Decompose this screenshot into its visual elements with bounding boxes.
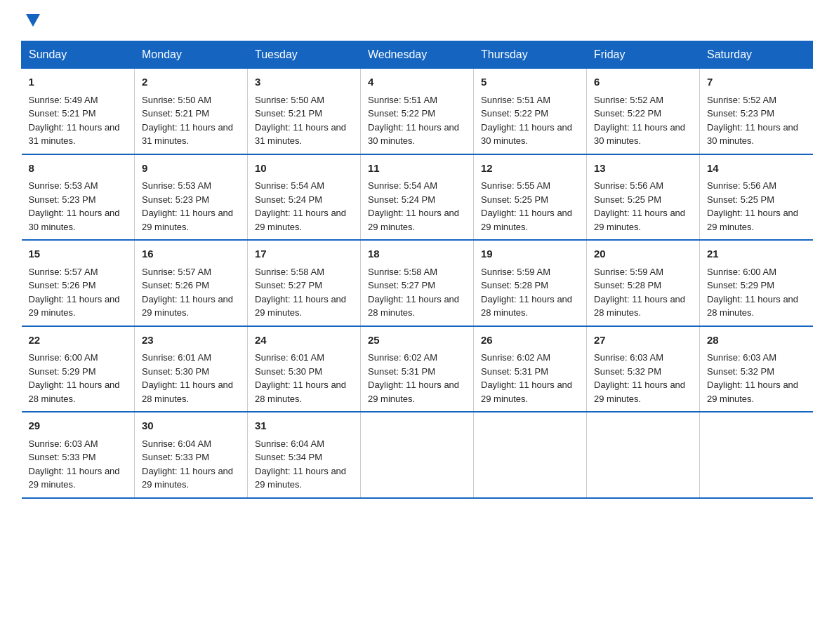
day-number: 25: [368, 333, 466, 349]
calendar-cell: [474, 412, 587, 498]
calendar-cell: 14Sunrise: 5:56 AMSunset: 5:25 PMDayligh…: [700, 154, 813, 241]
calendar-cell: 8Sunrise: 5:53 AMSunset: 5:23 PMDaylight…: [22, 154, 135, 241]
day-number: 17: [255, 246, 353, 262]
calendar-cell: 10Sunrise: 5:54 AMSunset: 5:24 PMDayligh…: [248, 154, 361, 241]
calendar-cell: 12Sunrise: 5:55 AMSunset: 5:25 PMDayligh…: [474, 154, 587, 241]
day-number: 23: [142, 333, 240, 349]
calendar-cell: 19Sunrise: 5:59 AMSunset: 5:28 PMDayligh…: [474, 240, 587, 326]
day-number: 29: [29, 418, 128, 434]
weekday-header-thursday: Thursday: [474, 41, 587, 69]
weekday-header-friday: Friday: [587, 41, 700, 69]
day-number: 20: [594, 246, 692, 262]
calendar-cell: 30Sunrise: 6:04 AMSunset: 5:33 PMDayligh…: [135, 412, 248, 498]
calendar-week-row: 22Sunrise: 6:00 AMSunset: 5:29 PMDayligh…: [22, 326, 813, 412]
day-number: 1: [29, 74, 128, 90]
calendar-cell: 28Sunrise: 6:03 AMSunset: 5:32 PMDayligh…: [700, 326, 813, 412]
calendar-cell: 13Sunrise: 5:56 AMSunset: 5:25 PMDayligh…: [587, 154, 700, 241]
calendar-week-row: 29Sunrise: 6:03 AMSunset: 5:33 PMDayligh…: [22, 412, 813, 498]
day-info: Sunrise: 5:59 AMSunset: 5:28 PMDaylight:…: [481, 267, 572, 318]
calendar-cell: 29Sunrise: 6:03 AMSunset: 5:33 PMDayligh…: [22, 412, 135, 498]
calendar-cell: 18Sunrise: 5:58 AMSunset: 5:27 PMDayligh…: [361, 240, 474, 326]
calendar-cell: 11Sunrise: 5:54 AMSunset: 5:24 PMDayligh…: [361, 154, 474, 241]
day-number: 6: [594, 74, 692, 90]
day-info: Sunrise: 5:55 AMSunset: 5:25 PMDaylight:…: [481, 180, 572, 232]
logo-triangle-icon: [26, 14, 40, 27]
day-number: 13: [594, 161, 692, 177]
day-info: Sunrise: 6:02 AMSunset: 5:31 PMDaylight:…: [368, 352, 459, 404]
day-number: 18: [368, 246, 466, 262]
day-info: Sunrise: 5:56 AMSunset: 5:25 PMDaylight:…: [594, 180, 685, 232]
calendar-cell: [700, 412, 813, 498]
weekday-header-sunday: Sunday: [22, 41, 135, 69]
day-number: 21: [707, 246, 806, 262]
day-info: Sunrise: 5:51 AMSunset: 5:22 PMDaylight:…: [481, 95, 572, 147]
calendar-cell: 21Sunrise: 6:00 AMSunset: 5:29 PMDayligh…: [700, 240, 813, 326]
day-info: Sunrise: 6:03 AMSunset: 5:33 PMDaylight:…: [29, 438, 120, 490]
day-info: Sunrise: 5:57 AMSunset: 5:26 PMDaylight:…: [29, 267, 120, 318]
day-info: Sunrise: 5:50 AMSunset: 5:21 PMDaylight:…: [255, 95, 346, 147]
page-header: [21, 14, 813, 28]
day-info: Sunrise: 6:00 AMSunset: 5:29 PMDaylight:…: [707, 267, 798, 318]
weekday-header-monday: Monday: [135, 41, 248, 69]
calendar-cell: 25Sunrise: 6:02 AMSunset: 5:31 PMDayligh…: [361, 326, 474, 412]
day-info: Sunrise: 6:04 AMSunset: 5:33 PMDaylight:…: [142, 438, 233, 490]
calendar-cell: 15Sunrise: 5:57 AMSunset: 5:26 PMDayligh…: [22, 240, 135, 326]
day-info: Sunrise: 5:57 AMSunset: 5:26 PMDaylight:…: [142, 267, 233, 318]
calendar-table: SundayMondayTuesdayWednesdayThursdayFrid…: [21, 41, 813, 499]
day-info: Sunrise: 5:50 AMSunset: 5:21 PMDaylight:…: [142, 95, 233, 147]
day-info: Sunrise: 5:51 AMSunset: 5:22 PMDaylight:…: [368, 95, 459, 147]
day-info: Sunrise: 6:01 AMSunset: 5:30 PMDaylight:…: [142, 352, 233, 404]
calendar-cell: 4Sunrise: 5:51 AMSunset: 5:22 PMDaylight…: [361, 69, 474, 154]
day-number: 4: [368, 74, 466, 90]
calendar-cell: 5Sunrise: 5:51 AMSunset: 5:22 PMDaylight…: [474, 69, 587, 154]
day-info: Sunrise: 5:52 AMSunset: 5:22 PMDaylight:…: [594, 95, 685, 147]
day-number: 2: [142, 74, 240, 90]
weekday-header-tuesday: Tuesday: [248, 41, 361, 69]
calendar-header-row: SundayMondayTuesdayWednesdayThursdayFrid…: [22, 41, 813, 69]
logo-blue-text: [21, 14, 40, 28]
day-info: Sunrise: 5:54 AMSunset: 5:24 PMDaylight:…: [255, 180, 346, 232]
day-info: Sunrise: 5:58 AMSunset: 5:27 PMDaylight:…: [368, 267, 459, 318]
calendar-cell: 6Sunrise: 5:52 AMSunset: 5:22 PMDaylight…: [587, 69, 700, 154]
day-number: 16: [142, 246, 240, 262]
calendar-cell: [587, 412, 700, 498]
day-number: 19: [481, 246, 579, 262]
calendar-cell: 20Sunrise: 5:59 AMSunset: 5:28 PMDayligh…: [587, 240, 700, 326]
day-number: 5: [481, 74, 579, 90]
calendar-cell: 3Sunrise: 5:50 AMSunset: 5:21 PMDaylight…: [248, 69, 361, 154]
day-info: Sunrise: 5:49 AMSunset: 5:21 PMDaylight:…: [29, 95, 120, 147]
day-number: 15: [29, 246, 128, 262]
day-number: 8: [29, 161, 128, 177]
calendar-cell: 31Sunrise: 6:04 AMSunset: 5:34 PMDayligh…: [248, 412, 361, 498]
day-number: 31: [255, 418, 353, 434]
day-info: Sunrise: 5:53 AMSunset: 5:23 PMDaylight:…: [142, 180, 233, 232]
day-number: 22: [29, 333, 128, 349]
day-info: Sunrise: 5:54 AMSunset: 5:24 PMDaylight:…: [368, 180, 459, 232]
day-number: 30: [142, 418, 240, 434]
calendar-cell: 22Sunrise: 6:00 AMSunset: 5:29 PMDayligh…: [22, 326, 135, 412]
calendar-week-row: 15Sunrise: 5:57 AMSunset: 5:26 PMDayligh…: [22, 240, 813, 326]
weekday-header-wednesday: Wednesday: [361, 41, 474, 69]
day-info: Sunrise: 6:01 AMSunset: 5:30 PMDaylight:…: [255, 352, 346, 404]
calendar-week-row: 8Sunrise: 5:53 AMSunset: 5:23 PMDaylight…: [22, 154, 813, 241]
calendar-cell: 17Sunrise: 5:58 AMSunset: 5:27 PMDayligh…: [248, 240, 361, 326]
calendar-cell: [361, 412, 474, 498]
calendar-cell: 1Sunrise: 5:49 AMSunset: 5:21 PMDaylight…: [22, 69, 135, 154]
day-number: 10: [255, 161, 353, 177]
calendar-cell: 24Sunrise: 6:01 AMSunset: 5:30 PMDayligh…: [248, 326, 361, 412]
day-number: 27: [594, 333, 692, 349]
day-info: Sunrise: 5:56 AMSunset: 5:25 PMDaylight:…: [707, 180, 798, 232]
weekday-header-saturday: Saturday: [700, 41, 813, 69]
day-info: Sunrise: 5:58 AMSunset: 5:27 PMDaylight:…: [255, 267, 346, 318]
logo: [21, 14, 40, 28]
day-info: Sunrise: 6:03 AMSunset: 5:32 PMDaylight:…: [594, 352, 685, 404]
day-number: 28: [707, 333, 806, 349]
calendar-cell: 27Sunrise: 6:03 AMSunset: 5:32 PMDayligh…: [587, 326, 700, 412]
day-number: 14: [707, 161, 806, 177]
day-info: Sunrise: 5:59 AMSunset: 5:28 PMDaylight:…: [594, 267, 685, 318]
day-number: 12: [481, 161, 579, 177]
calendar-cell: 9Sunrise: 5:53 AMSunset: 5:23 PMDaylight…: [135, 154, 248, 241]
day-info: Sunrise: 6:04 AMSunset: 5:34 PMDaylight:…: [255, 438, 346, 490]
calendar-cell: 23Sunrise: 6:01 AMSunset: 5:30 PMDayligh…: [135, 326, 248, 412]
day-info: Sunrise: 5:53 AMSunset: 5:23 PMDaylight:…: [29, 180, 120, 232]
